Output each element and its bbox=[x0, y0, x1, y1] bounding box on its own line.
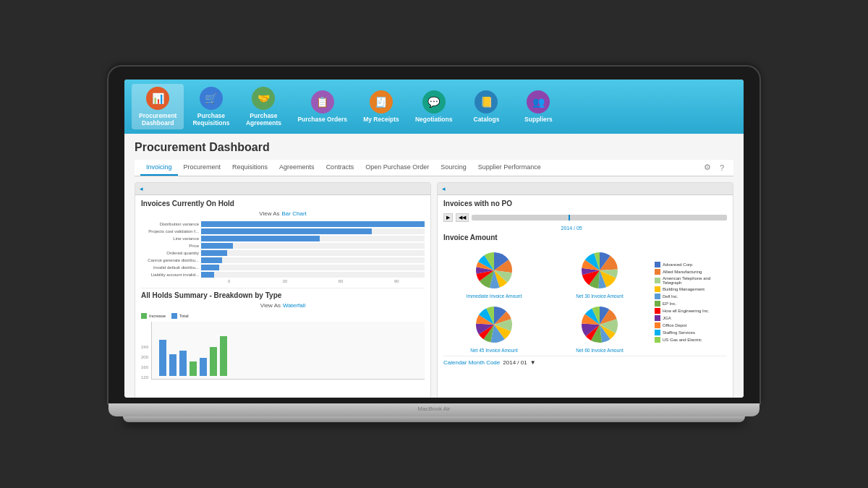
legend-item-label: JGA bbox=[663, 316, 671, 320]
legend-item: Allied Manufacturing bbox=[655, 269, 727, 275]
invoice-amount-title: Invoice Amount bbox=[443, 234, 727, 241]
bar-fill bbox=[201, 265, 219, 270]
nav-icon-procurement-dashboard: 📊 bbox=[146, 87, 169, 110]
legend-color-box bbox=[655, 330, 660, 335]
nav-item-catalogs[interactable]: 📒 Catalogs bbox=[461, 87, 511, 126]
calendar-row: Calendar Month Code 2014 / 01 ▼ bbox=[443, 356, 727, 366]
second-chart-section: All Holds Summary - Breakdown by Type Vi… bbox=[141, 288, 425, 380]
dashboard-panels: ◂ Invoices Currently On Hold View As Bar… bbox=[135, 182, 733, 398]
waterfall-chart-area: 240200160120 bbox=[141, 322, 425, 380]
legend-item: American Telephone and Telegraph bbox=[655, 276, 727, 285]
nav-item-procurement-dashboard[interactable]: 📊 ProcurementDashboard bbox=[132, 84, 184, 129]
nav-label-catalogs: Catalogs bbox=[474, 116, 500, 123]
back-button[interactable]: ◀◀ bbox=[456, 213, 469, 222]
bar-track bbox=[201, 236, 425, 241]
legend-color-box bbox=[655, 301, 660, 307]
sub-tab-requisitions[interactable]: Requisitions bbox=[226, 160, 273, 176]
nav-label-purchase-requisitions: PurchaseRequisitions bbox=[192, 112, 229, 127]
nav-item-suppliers[interactable]: 👥 Suppliers bbox=[513, 87, 563, 126]
nav-icon-purchase-orders: 📋 bbox=[311, 90, 334, 114]
nav-item-negotiations[interactable]: 💬 Negotiations bbox=[408, 87, 459, 126]
bar-track bbox=[201, 265, 425, 270]
bar-fill bbox=[201, 272, 214, 278]
page-content: Procurement Dashboard InvoicingProcureme… bbox=[124, 134, 744, 398]
legend-item-label: Allied Manufacturing bbox=[663, 270, 702, 274]
nav-label-my-receipts: My Receipts bbox=[363, 116, 399, 123]
sub-tab-sourcing[interactable]: Sourcing bbox=[435, 160, 472, 176]
laptop-bottom bbox=[123, 416, 745, 422]
waterfall-bar bbox=[179, 351, 187, 376]
nav-icon-suppliers: 👥 bbox=[527, 90, 550, 114]
bar-label: Distribution variance bbox=[141, 222, 199, 226]
waterfall-select[interactable]: Waterfall bbox=[283, 302, 305, 309]
legend-section: Advanced CorpAllied ManufacturingAmerica… bbox=[655, 244, 727, 353]
collapse-arrow[interactable]: ◂ bbox=[140, 185, 143, 192]
calendar-dropdown[interactable]: ▼ bbox=[530, 359, 536, 366]
nav-item-purchase-orders[interactable]: 📋 Purchase Orders bbox=[290, 87, 354, 126]
right-collapse-arrow[interactable]: ◂ bbox=[442, 185, 446, 192]
timeline-bar[interactable]: 2014 / 05 bbox=[472, 215, 727, 221]
legend-item-label: EP Inc. bbox=[663, 301, 676, 306]
bar-row: Cannot generate distribu... bbox=[141, 257, 425, 263]
sub-tab-agreements[interactable]: Agreements bbox=[273, 160, 320, 176]
waterfall-bar bbox=[200, 358, 207, 376]
timeline-date: 2014 / 05 bbox=[561, 226, 582, 231]
waterfall-legend-item: Increase bbox=[141, 313, 166, 319]
view-as-row: View As Bar Chart bbox=[141, 210, 425, 217]
nav-icon-purchase-requisitions: 🛒 bbox=[200, 87, 223, 110]
legend-item-label: How ell Engineering Inc. bbox=[663, 309, 710, 313]
legend-color-box bbox=[655, 315, 660, 321]
legend-color-box bbox=[655, 322, 660, 328]
legend-item: How ell Engineering Inc. bbox=[655, 308, 727, 314]
bar-label: Line variance bbox=[141, 236, 199, 241]
left-panel-body: Invoices Currently On Hold View As Bar C… bbox=[135, 195, 430, 398]
pie-charts-grid: Immediate Invoice AmountNet 30 Invoice A… bbox=[443, 249, 650, 353]
waterfall-label: View As bbox=[260, 302, 281, 309]
sub-tab-open-purchase-order[interactable]: Open Purchase Order bbox=[359, 160, 435, 176]
bar-axis-label: 90 bbox=[369, 279, 425, 283]
waterfall-bar bbox=[169, 354, 176, 376]
legend-color-box bbox=[655, 337, 660, 343]
sub-tab-supplier-performance[interactable]: Supplier Performance bbox=[472, 160, 547, 176]
bar-fill bbox=[201, 236, 320, 241]
bar-axis-label: 0 bbox=[201, 279, 257, 283]
sub-tab-procurement[interactable]: Procurement bbox=[178, 160, 227, 176]
bar-chart: Distribution variance Projects cost vali… bbox=[141, 221, 425, 278]
nav-item-my-receipts[interactable]: 🧾 My Receipts bbox=[356, 87, 407, 126]
timeline-controls: ▶ ◀◀ 2014 / 05 bbox=[443, 213, 727, 222]
right-panel-inner: Immediate Invoice AmountNet 30 Invoice A… bbox=[443, 244, 727, 353]
bar-label: Price bbox=[141, 244, 199, 248]
legend-color-box bbox=[655, 294, 660, 299]
legend-item-label: Dell Inc. bbox=[663, 294, 678, 299]
bar-track bbox=[201, 228, 425, 234]
invoice-amount-section: Invoice Amount Immediate Invoice AmountN… bbox=[443, 234, 727, 353]
bar-row: Invalid default distribu... bbox=[141, 265, 425, 270]
bar-row: Distribution variance bbox=[141, 221, 425, 227]
waterfall-bar bbox=[220, 336, 227, 376]
sub-tab-contracts[interactable]: Contracts bbox=[320, 160, 360, 176]
bar-track bbox=[201, 257, 425, 263]
view-as-select[interactable]: Bar Chart bbox=[282, 210, 307, 217]
legend-color bbox=[141, 313, 147, 319]
sub-tab-invoicing[interactable]: Invoicing bbox=[140, 160, 178, 176]
bar-label: Projects cost validation f... bbox=[141, 229, 199, 234]
waterfall-chart bbox=[151, 322, 425, 380]
calendar-label: Calendar Month Code bbox=[443, 359, 500, 366]
nav-label-negotiations: Negotiations bbox=[415, 116, 452, 123]
pie-chart-0: Immediate Invoice Amount bbox=[443, 249, 545, 299]
bar-fill bbox=[201, 221, 425, 227]
help-icon[interactable]: ? bbox=[716, 162, 728, 174]
waterfall-bar bbox=[210, 347, 217, 376]
legend-item: Building Management bbox=[655, 286, 727, 292]
nav-icon-negotiations: 💬 bbox=[422, 90, 446, 114]
settings-icon[interactable]: ⚙ bbox=[702, 162, 713, 174]
play-button[interactable]: ▶ bbox=[443, 213, 453, 222]
bar-label: Cannot generate distribu... bbox=[141, 258, 199, 262]
sub-tab-actions: ⚙ ? bbox=[702, 162, 728, 174]
nav-item-purchase-requisitions[interactable]: 🛒 PurchaseRequisitions bbox=[185, 84, 237, 129]
bar-fill bbox=[201, 250, 227, 256]
legend-item: JGA bbox=[655, 315, 727, 321]
bar-fill bbox=[201, 257, 222, 263]
pie-charts-section: Immediate Invoice AmountNet 30 Invoice A… bbox=[443, 244, 650, 353]
nav-item-purchase-agreements[interactable]: 🤝 PurchaseAgreements bbox=[238, 84, 289, 129]
